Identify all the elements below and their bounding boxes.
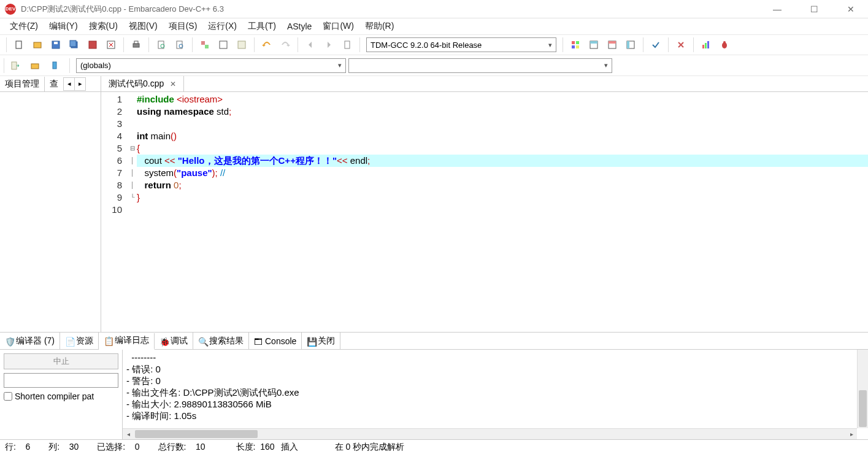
svg-rect-15 <box>205 45 209 48</box>
tab-close[interactable]: 💾关闭 <box>302 333 340 349</box>
maximize-button[interactable]: ☐ <box>802 4 826 14</box>
open-project-icon[interactable] <box>29 37 46 53</box>
save-icon[interactable] <box>47 37 64 53</box>
compiler-select[interactable]: TDM-GCC 9.2.0 64-bit Release ▾ <box>366 37 556 52</box>
svg-rect-16 <box>220 41 227 48</box>
menu-edit[interactable]: 编辑(Y) <box>44 19 83 34</box>
tab-compiler[interactable]: 🛡️编译器 (7) <box>0 333 60 349</box>
line-gutter: 1 2 3 4 5 6 7 8 9 10 <box>101 92 128 332</box>
redo-icon[interactable] <box>171 37 188 53</box>
svg-rect-1 <box>34 42 41 48</box>
close-file-icon[interactable] <box>102 37 120 53</box>
output-body: 中止 Shorten compiler pat -------- - 错误: 0… <box>0 350 868 439</box>
project-tab[interactable]: 项目管理 <box>0 77 44 91</box>
back-icon[interactable] <box>302 37 319 53</box>
menu-file[interactable]: 文件(Z) <box>5 19 43 34</box>
tab-console[interactable]: 🗔Console <box>249 333 302 349</box>
console-icon: 🗔 <box>254 337 263 345</box>
save-as-icon[interactable] <box>84 37 101 53</box>
bookmark-icon[interactable] <box>339 37 356 53</box>
bookmark2-icon[interactable] <box>46 58 63 74</box>
cancel-icon[interactable] <box>672 37 689 53</box>
file-tabs: 测试代码0.cpp ✕ <box>101 76 868 92</box>
menu-astyle[interactable]: AStyle <box>282 20 317 33</box>
chart-icon[interactable] <box>697 37 715 53</box>
undo-icon[interactable] <box>153 37 170 53</box>
save-all-icon[interactable] <box>66 37 83 53</box>
horizontal-scrollbar[interactable]: ◂ ▸ <box>123 428 857 439</box>
tab-compile-log[interactable]: 📋编译日志 <box>99 333 155 350</box>
redo-arrow-icon[interactable] <box>277 37 294 53</box>
scroll-thumb[interactable] <box>859 390 867 427</box>
code-content[interactable]: #include <iostream> using namespace std;… <box>137 92 868 332</box>
close-button[interactable]: ✕ <box>839 4 863 14</box>
project-tree-area[interactable] <box>0 92 101 332</box>
window-controls: — ☐ ✕ <box>765 4 863 14</box>
bug-icon[interactable] <box>716 37 733 53</box>
svg-rect-36 <box>53 62 56 69</box>
undo-arrow-icon[interactable] <box>258 37 275 53</box>
panel2-icon[interactable] <box>604 37 621 53</box>
compile-log-output[interactable]: -------- - 错误: 0 - 警告: 0 - 输出文件名: D:\CPP… <box>123 350 868 439</box>
svg-point-33 <box>723 41 726 44</box>
svg-rect-19 <box>572 41 575 44</box>
tab-debug[interactable]: 🐞调试 <box>155 333 193 349</box>
svg-rect-30 <box>705 43 707 48</box>
tab-search-results[interactable]: 🔍搜索结果 <box>193 333 249 349</box>
stop-button[interactable]: 中止 <box>4 353 118 369</box>
close-tab-icon[interactable]: ✕ <box>170 80 176 88</box>
forward-icon[interactable] <box>320 37 337 53</box>
code-editor[interactable]: 1 2 3 4 5 6 7 8 9 10 ⊟ │││└ #include <io… <box>101 92 868 332</box>
menu-tools[interactable]: 工具(T) <box>243 19 281 34</box>
title-bar: DEV D:\CPP测试2\测试代码0.cpp - Embarcadero De… <box>0 0 868 18</box>
globals-dropdown[interactable]: (globals) ▾ <box>76 58 346 73</box>
svg-rect-29 <box>702 45 704 48</box>
goto-icon[interactable] <box>7 58 24 74</box>
shorten-checkbox-input[interactable] <box>4 392 12 401</box>
menu-project[interactable]: 项目(S) <box>164 19 202 34</box>
compiler-select-value: TDM-GCC 9.2.0 64-bit Release <box>371 40 482 50</box>
compile-run-icon[interactable] <box>233 37 250 53</box>
menu-view[interactable]: 视图(V) <box>124 19 163 34</box>
filter-input[interactable] <box>4 373 118 388</box>
menu-run[interactable]: 运行(X) <box>203 19 242 34</box>
new-file-icon[interactable] <box>10 37 28 53</box>
svg-rect-28 <box>627 41 629 48</box>
shorten-path-checkbox[interactable]: Shorten compiler pat <box>4 391 118 401</box>
menu-help[interactable]: 帮助(R) <box>360 19 399 34</box>
status-line: 行: 6 <box>5 442 30 453</box>
scroll-right-icon[interactable]: ▸ <box>846 429 857 439</box>
panel3-icon[interactable] <box>622 37 639 53</box>
hscroll-thumb[interactable] <box>135 430 258 438</box>
run-icon[interactable] <box>215 37 232 53</box>
doc-icon: 📄 <box>65 337 74 345</box>
shorten-label: Shorten compiler pat <box>15 391 94 401</box>
menu-search[interactable]: 搜索(U) <box>84 19 123 34</box>
vertical-scrollbar[interactable] <box>857 350 868 428</box>
svg-rect-24 <box>590 41 597 44</box>
fold-column: ⊟ │││└ <box>128 92 137 332</box>
svg-rect-5 <box>70 40 76 47</box>
check-icon[interactable] <box>647 37 664 53</box>
panel1-icon[interactable] <box>585 37 602 53</box>
compile-icon[interactable] <box>196 37 213 53</box>
file-tab-active[interactable]: 测试代码0.cpp ✕ <box>101 76 184 91</box>
class-tab[interactable]: 查 <box>44 77 63 91</box>
scroll-left-icon[interactable]: ◂ <box>123 429 134 439</box>
chevron-down-icon: ▾ <box>604 61 608 69</box>
editor-area: 测试代码0.cpp ✕ 1 2 3 4 5 6 7 8 9 10 ⊟ │││└ <box>101 76 868 332</box>
tab-resources[interactable]: 📄资源 <box>60 333 99 349</box>
menu-window[interactable]: 窗口(W) <box>318 19 359 34</box>
folder-icon[interactable] <box>26 58 44 74</box>
minimize-button[interactable]: — <box>765 4 789 14</box>
svg-rect-6 <box>89 41 96 48</box>
panel-nav: ◂ ▸ <box>63 77 86 91</box>
grid-icon[interactable] <box>567 37 584 53</box>
svg-rect-9 <box>134 41 138 44</box>
svg-rect-14 <box>201 41 205 45</box>
nav-right-icon[interactable]: ▸ <box>75 77 86 91</box>
symbols-dropdown[interactable]: ▾ <box>348 58 612 73</box>
nav-left-icon[interactable]: ◂ <box>64 77 75 91</box>
fold-marker-icon[interactable]: ⊟ <box>128 142 137 155</box>
print-icon[interactable] <box>128 37 145 53</box>
